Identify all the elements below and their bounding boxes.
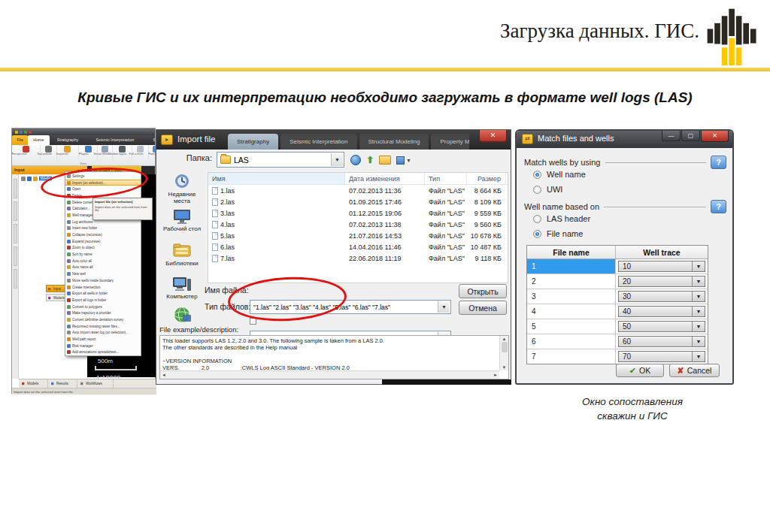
folder-select[interactable]: LAS ▼	[217, 152, 344, 168]
column-date[interactable]: Дата изменения	[345, 173, 425, 184]
context-menu-item[interactable]: Add annotations spreadsheet...	[65, 349, 141, 356]
match-table-row[interactable]: 7 70 ▼	[527, 349, 708, 364]
context-menu-item[interactable]: Make trajectory a provider	[65, 310, 141, 316]
context-menu-item[interactable]: New well	[65, 271, 141, 277]
vertical-scrollbar[interactable]: ▲ ▼	[499, 336, 508, 370]
file-row[interactable]: 3.las 01.12.2015 19:06 Файл "LAS" 9 559 …	[208, 207, 508, 219]
context-menu-item[interactable]: Well path report	[65, 336, 141, 343]
context-menu-item[interactable]: Collapse (recursive)	[65, 231, 141, 238]
back-icon[interactable]	[350, 155, 361, 165]
scroll-down-icon[interactable]: ▼	[501, 364, 508, 370]
scroll-left-icon[interactable]: ◄	[160, 372, 168, 378]
chevron-down-icon[interactable]: ▼	[692, 261, 705, 271]
vertical-tab[interactable]	[14, 269, 17, 289]
filename-input[interactable]: "1.las" "2.las" "3.las" "4.las" "5.las" …	[250, 300, 451, 314]
column-size[interactable]: Размер	[467, 173, 506, 184]
context-menu-item[interactable]: Convert definitive deviation survey	[65, 316, 141, 323]
file-row[interactable]: 5.las 21.07.2016 14:53 Файл "LAS" 10 678…	[208, 230, 508, 241]
quick-access-icon[interactable]	[24, 131, 27, 134]
context-menu-item[interactable]: Risk manager	[65, 343, 141, 349]
well-trace-select[interactable]: 50 ▼	[618, 321, 705, 332]
maximize-button[interactable]: ▢	[681, 131, 700, 141]
vertical-tab[interactable]	[14, 246, 17, 266]
chevron-down-icon[interactable]: ▼	[692, 277, 705, 286]
context-menu-item[interactable]: Reconnect missing raster files...	[65, 323, 141, 330]
file-row[interactable]: 6.las 14.04.2016 11:46 Файл "LAS" 10 487…	[208, 241, 508, 252]
context-menu-item[interactable]: Auto name all	[65, 264, 141, 271]
help-icon[interactable]: ?	[711, 156, 726, 169]
context-menu-item[interactable]: Zoom to object	[65, 245, 141, 252]
cancel-button[interactable]: Отмена	[459, 301, 507, 315]
match-table-row[interactable]: 5 50 ▼	[527, 319, 708, 334]
scroll-up-icon[interactable]: ▲	[501, 336, 508, 342]
context-menu-item[interactable]: Insert new folder	[65, 225, 141, 232]
well-trace-select[interactable]: 40 ▼	[618, 306, 705, 317]
context-menu-item[interactable]: Expand (recursive)	[65, 238, 141, 245]
match-table-row[interactable]: 3 30 ▼	[527, 289, 708, 304]
context-menu-item[interactable]: Export all logs in folder	[65, 297, 141, 304]
minimize-button[interactable]: —	[662, 131, 681, 141]
column-type[interactable]: Тип	[425, 173, 467, 184]
vertical-tab[interactable]	[14, 201, 17, 221]
radio-well-name[interactable]: Well name	[533, 170, 586, 179]
context-menu-item[interactable]: Create intersection	[65, 284, 141, 291]
file-row[interactable]: 2.las 01.09.2015 17:46 Файл "LAS" 8 109 …	[208, 196, 508, 207]
chevron-down-icon[interactable]: ▼	[331, 153, 343, 166]
quick-access-icon[interactable]	[20, 131, 23, 134]
match-table-row[interactable]: 6 60 ▼	[527, 334, 708, 349]
vertical-tab[interactable]	[14, 224, 17, 243]
ribbon-tab[interactable]: Structural Modeling	[144, 135, 155, 145]
scroll-thumb[interactable]	[502, 342, 508, 352]
chevron-down-icon[interactable]: ▼	[692, 337, 705, 346]
match-table-row[interactable]: 1 10 ▼	[527, 259, 708, 274]
chevron-down-icon[interactable]: ▼	[692, 352, 705, 361]
bottom-tab[interactable]: Workflows	[77, 379, 114, 388]
match-table-row[interactable]: 4 40 ▼	[527, 304, 708, 319]
context-menu-item[interactable]: Sort by name	[65, 251, 141, 258]
cancel-button[interactable]: ✘ Cancel	[669, 364, 720, 377]
context-menu-item[interactable]: Open	[65, 186, 141, 192]
ribbon-tab[interactable]: File	[12, 135, 28, 145]
context-menu-item[interactable]: Settings	[65, 173, 141, 180]
column-name[interactable]: Имя	[208, 173, 345, 184]
sidebar-item-desktop[interactable]: Рабочий стол	[156, 208, 208, 232]
file-row[interactable]: 1.las 07.02.2013 11:36 Файл "LAS" 8 664 …	[208, 185, 508, 196]
new-folder-icon[interactable]	[379, 156, 391, 165]
match-table-row[interactable]: 2 20 ▼	[527, 274, 708, 289]
open-button[interactable]: Открыть	[459, 284, 507, 298]
radio-icon[interactable]	[533, 215, 541, 223]
tree-root-label[interactable]: Wells	[39, 177, 52, 181]
chevron-down-icon[interactable]: ▼	[692, 307, 705, 316]
bottom-tab[interactable]: Models	[19, 379, 48, 388]
radio-selected-icon[interactable]	[533, 230, 541, 238]
ok-button[interactable]: ✔ OK	[616, 364, 664, 377]
radio-las-header[interactable]: LAS header	[533, 214, 590, 223]
ribbon-tab[interactable]: Home	[28, 135, 50, 145]
sidebar-item-computer[interactable]: Компьютер	[156, 276, 208, 300]
sidebar-item-network[interactable]	[156, 306, 208, 324]
ribbon-tab[interactable]: Stratigraphy	[50, 135, 86, 145]
radio-selected-icon[interactable]	[533, 171, 541, 179]
sidebar-item-recent[interactable]: Недавние места	[156, 174, 208, 204]
radio-file-name[interactable]: File name	[533, 229, 583, 238]
radio-uwi[interactable]: UWI	[533, 185, 562, 194]
well-trace-select[interactable]: 20 ▼	[618, 276, 705, 287]
views-icon[interactable]: ▼	[396, 156, 411, 165]
chevron-down-icon[interactable]: ▼	[438, 301, 450, 313]
chevron-down-icon[interactable]: ▼	[692, 322, 705, 331]
vertical-tab[interactable]	[14, 179, 17, 198]
close-button[interactable]: ✕	[479, 130, 507, 142]
context-menu-item[interactable]: Auto import raster log (on selection)...	[65, 330, 141, 337]
help-icon[interactable]: ?	[711, 200, 726, 213]
horizontal-scrollbar[interactable]: ◄ ►	[160, 370, 499, 379]
well-trace-select[interactable]: 60 ▼	[618, 336, 705, 347]
well-trace-select[interactable]: 10 ▼	[618, 261, 705, 272]
filetype-checkbox[interactable]	[250, 318, 256, 325]
up-folder-icon[interactable]: ⬆	[366, 155, 374, 165]
context-menu-item[interactable]: Convert to polygons	[65, 304, 141, 310]
context-menu-item[interactable]: Export all wells in folder	[65, 290, 141, 297]
chevron-down-icon[interactable]: ▼	[692, 292, 705, 301]
radio-icon[interactable]	[533, 186, 541, 194]
context-menu-item[interactable]: Auto color all	[65, 258, 141, 264]
scroll-right-icon[interactable]: ►	[492, 372, 499, 378]
